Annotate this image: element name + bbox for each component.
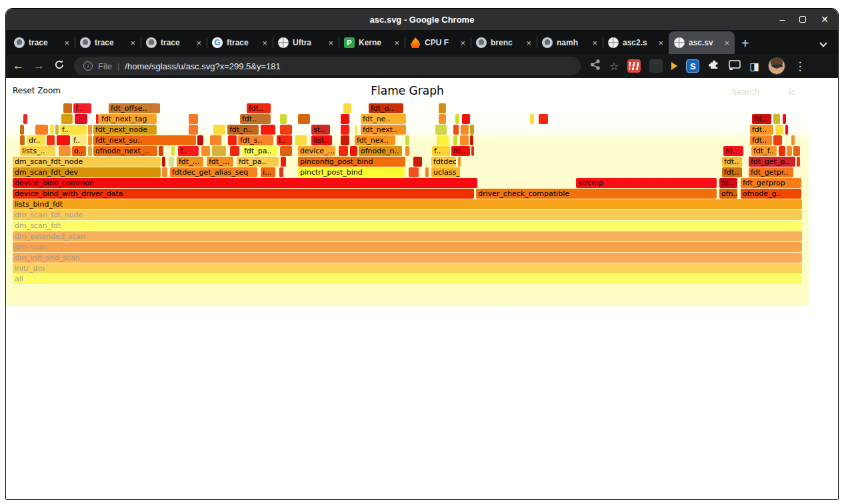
flame-frame[interactable]: [797, 157, 800, 167]
flame-frame[interactable]: all: [13, 274, 802, 284]
flame-frame[interactable]: [462, 114, 470, 124]
tab-trace-1[interactable]: trace×: [75, 31, 141, 54]
tab-close-icon[interactable]: ×: [130, 38, 135, 48]
reading-mode-icon[interactable]: ◨: [749, 60, 759, 73]
flame-frame[interactable]: dm_scan_fdt_dev: [13, 167, 161, 177]
tab-close-icon[interactable]: ×: [394, 38, 399, 48]
flame-frame[interactable]: [409, 167, 419, 177]
flame-frame[interactable]: fdt_n..: [227, 125, 259, 135]
reload-icon[interactable]: [54, 59, 65, 73]
flame-frame[interactable]: dr..: [27, 135, 45, 145]
flame-frame[interactable]: f..: [178, 146, 199, 156]
flame-frame[interactable]: [63, 103, 72, 113]
flame-frame[interactable]: pinctrl_post_bind: [298, 167, 405, 177]
tab-namh-8[interactable]: namh×: [537, 31, 603, 54]
flame-frame[interactable]: [169, 157, 174, 167]
tab-brenc-7[interactable]: brenc×: [471, 31, 537, 54]
flame-frame[interactable]: [298, 114, 310, 124]
flame-frame[interactable]: fdt_nex..: [355, 135, 395, 145]
flame-frame[interactable]: fdt..: [722, 157, 742, 167]
flame-frame[interactable]: [471, 146, 474, 156]
page-info-icon[interactable]: i: [83, 61, 93, 71]
flame-frame[interactable]: [47, 135, 55, 145]
flame-frame[interactable]: device_bind_with_driver_data: [13, 189, 474, 199]
flame-frame[interactable]: [783, 114, 786, 124]
flame-frame[interactable]: fdt_ne..: [361, 114, 406, 124]
flame-frame[interactable]: [539, 114, 548, 124]
tab-close-icon[interactable]: ×: [460, 38, 465, 48]
tab-close-icon[interactable]: ×: [196, 38, 201, 48]
ignore-case-button[interactable]: ic: [789, 87, 795, 97]
tab-uftra-4[interactable]: Uftra×: [273, 31, 339, 54]
todoist-extension-icon[interactable]: [627, 59, 641, 73]
cast-icon[interactable]: [729, 59, 741, 73]
flame-frame[interactable]: [261, 125, 275, 135]
flame-frame[interactable]: ofnode_next_..: [93, 146, 157, 156]
flame-frame[interactable]: [230, 146, 239, 156]
tab-asc-sv-10[interactable]: asc.sv×: [669, 31, 735, 54]
tab-close-icon[interactable]: ×: [328, 38, 333, 48]
flame-frame[interactable]: [201, 146, 210, 156]
bookmark-star-icon[interactable]: ☆: [609, 60, 619, 73]
tab-close-icon[interactable]: ×: [526, 38, 531, 48]
tab-close-icon[interactable]: ×: [658, 38, 663, 48]
url-text[interactable]: /home/sglass/u/asc.svg?x=299.5&y=181: [125, 61, 280, 71]
flame-frame[interactable]: [785, 125, 788, 135]
close-button[interactable]: ✕: [821, 15, 829, 24]
flame-frame[interactable]: [775, 125, 783, 135]
flame-frame[interactable]: device_...: [298, 146, 335, 156]
search-button[interactable]: Search: [732, 87, 759, 97]
flame-frame[interactable]: [210, 135, 221, 145]
flame-frame[interactable]: st..: [311, 125, 330, 135]
flame-frame[interactable]: fdt_s..: [238, 135, 273, 145]
flame-frame[interactable]: o..: [72, 146, 86, 156]
flame-frame[interactable]: [23, 114, 27, 124]
flame-frame[interactable]: [197, 135, 203, 145]
back-icon[interactable]: ←: [13, 59, 24, 73]
flame-frame[interactable]: dm_extended_scan: [13, 231, 802, 241]
flame-frame[interactable]: fdt_getpr..: [749, 167, 793, 177]
flame-frame[interactable]: [458, 157, 461, 167]
flame-frame[interactable]: fdt_pa..: [242, 146, 277, 156]
flame-frame[interactable]: [228, 135, 237, 145]
tab-close-icon[interactable]: ×: [592, 38, 597, 48]
flame-frame[interactable]: [435, 125, 447, 135]
tab-ftrace-3[interactable]: Gftrace×: [207, 31, 273, 54]
flame-frame[interactable]: [773, 114, 780, 124]
flame-frame[interactable]: fdt_next_su..: [93, 135, 196, 145]
flame-frame[interactable]: lists_..: [20, 146, 55, 156]
tab-search-chevron-icon[interactable]: [819, 39, 827, 47]
flame-frame[interactable]: [88, 125, 92, 135]
flame-frame[interactable]: [88, 135, 92, 145]
tab-close-icon[interactable]: ×: [64, 38, 69, 48]
flame-frame[interactable]: [162, 157, 165, 167]
flame-frame[interactable]: i...: [261, 167, 275, 177]
dark-extension-icon[interactable]: [649, 59, 663, 73]
flame-frame[interactable]: fdt_...: [177, 157, 203, 167]
flame-frame[interactable]: [171, 146, 175, 156]
flame-frame[interactable]: [189, 125, 198, 135]
flame-frame[interactable]: [455, 114, 459, 124]
flame-frame[interactable]: [61, 114, 73, 124]
flame-frame[interactable]: [453, 135, 457, 145]
maximize-button[interactable]: [799, 16, 806, 23]
s-extension-icon[interactable]: S: [686, 59, 699, 73]
flame-frame[interactable]: [295, 135, 307, 145]
flame-frame[interactable]: [339, 146, 348, 156]
flame-frame[interactable]: lists_bind_fdt: [13, 199, 802, 209]
flame-frame[interactable]: [470, 135, 473, 145]
address-bar[interactable]: i File | /home/sglass/u/asc.svg?x=299.5&…: [74, 57, 581, 75]
flame-frame[interactable]: [460, 135, 469, 145]
tab-close-icon[interactable]: ×: [262, 38, 267, 48]
flame-frame[interactable]: f..: [71, 135, 87, 145]
flame-frame[interactable]: fdt_offse..: [109, 103, 160, 113]
flame-frame[interactable]: [96, 114, 99, 124]
flame-frame[interactable]: fdt_f..: [751, 146, 777, 156]
flame-frame[interactable]: [343, 103, 351, 113]
flame-frame[interactable]: [405, 146, 409, 156]
flame-frame[interactable]: fdt_get_p..: [749, 157, 795, 167]
flame-frame[interactable]: [88, 146, 92, 156]
flame-frame[interactable]: [212, 146, 226, 156]
arrow-extension-icon[interactable]: [671, 62, 677, 70]
tab-trace-0[interactable]: trace×: [9, 31, 75, 54]
